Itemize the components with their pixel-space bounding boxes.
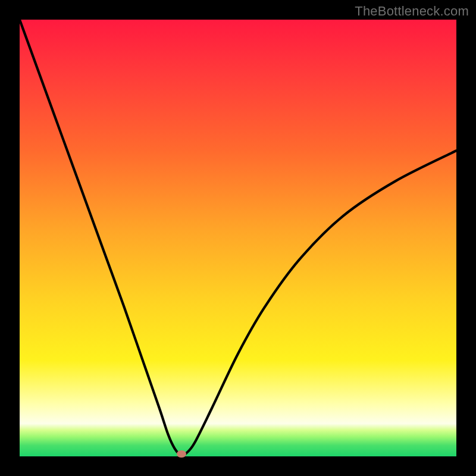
optimal-point-marker (177, 450, 186, 458)
bottleneck-curve (20, 20, 456, 456)
plot-area (20, 20, 456, 456)
watermark-text: TheBottleneck.com (355, 4, 469, 19)
chart-frame: TheBottleneck.com (0, 0, 476, 476)
